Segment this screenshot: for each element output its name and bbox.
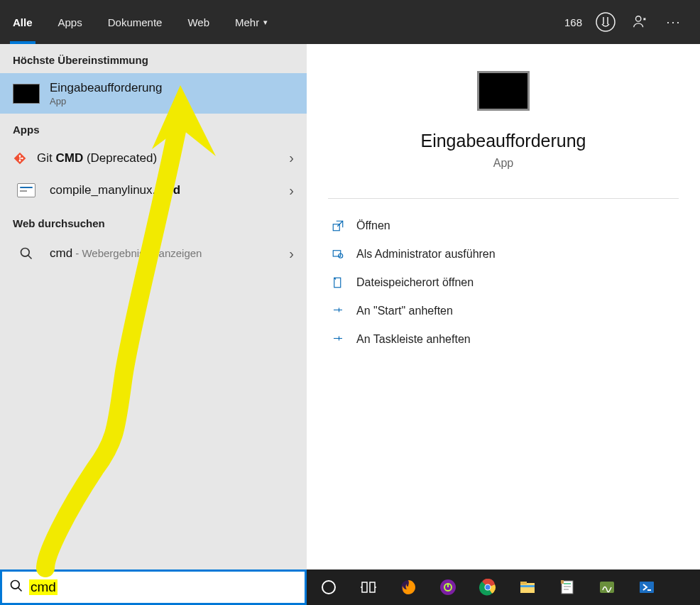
tab-more-label: Mehr [235,16,259,28]
best-match-subtitle: App [50,96,163,107]
svg-point-1 [636,16,641,21]
action-open-label: Öffnen [356,219,390,232]
svg-rect-27 [520,585,535,587]
taskbar-powershell-icon[interactable] [628,570,666,604]
svg-point-24 [486,585,491,590]
web-header: Web durchsuchen [0,207,307,236]
svg-rect-13 [362,582,367,592]
admin-shield-icon [331,247,345,261]
cmd-file-icon [13,180,40,200]
taskbar [307,569,700,605]
result-app-compile-cmd[interactable]: compile_manylinux.cmd › [0,173,307,207]
result-app-git-cmd-title: Git CMD (Deprecated) [37,151,157,166]
action-location-label: Dateispeicherort öffnen [356,276,474,289]
pin-icon [331,332,345,347]
taskbar-explorer-icon[interactable] [508,570,547,604]
svg-point-12 [322,581,335,594]
action-pin-taskbar-label: An Taskleiste anheften [356,333,471,346]
result-app-git-cmd[interactable]: Git CMD (Deprecated) › [0,143,307,173]
action-open[interactable]: Öffnen [328,212,679,240]
result-app-compile-cmd-title: compile_manylinux.cmd [50,182,180,198]
svg-rect-32 [561,580,564,584]
search-box[interactable]: cmd [0,569,307,605]
svg-point-10 [11,580,20,589]
taskbar-app-purple-icon[interactable] [429,570,467,604]
taskbar-taskview-icon[interactable] [349,570,388,604]
taskbar-firefox-icon[interactable] [389,570,427,604]
taskbar-chrome-icon[interactable] [469,570,507,604]
detail-actions: Öffnen Als Administrator ausführen Datei… [307,212,700,354]
result-web-cmd[interactable]: cmd - Webergebnisse anzeigen › [0,236,307,271]
taskbar-app-green-icon[interactable] [588,570,626,604]
svg-point-0 [596,13,615,31]
svg-rect-8 [333,251,341,256]
taskbar-notepadpp-icon[interactable] [548,570,586,604]
chevron-down-icon: ▾ [263,18,268,27]
svg-rect-25 [520,583,535,593]
chevron-right-icon[interactable]: › [289,246,294,262]
tab-more[interactable]: Mehr ▾ [222,0,280,44]
search-icon [13,244,40,263]
account-icon[interactable] [629,11,650,33]
apps-header: Apps [0,114,307,143]
open-icon [331,219,345,233]
best-match-header: Höchste Übereinstimmung [0,44,307,73]
rewards-points: 168 [564,16,582,28]
tab-all[interactable]: Alle [0,0,45,44]
tab-web[interactable]: Web [175,0,222,44]
action-run-as-admin[interactable]: Als Administrator ausführen [328,240,679,268]
results-list: Höchste Übereinstimmung Eingabeaufforder… [0,44,307,569]
svg-line-6 [28,256,32,259]
action-open-location[interactable]: Dateispeicherort öffnen [328,268,679,297]
svg-line-11 [18,587,22,591]
svg-rect-14 [370,582,375,592]
detail-title: Eingabeaufforderung [420,131,586,151]
detail-app-icon [477,71,530,111]
cmd-app-icon [13,84,40,104]
tab-apps[interactable]: Apps [45,0,95,44]
more-options-icon[interactable]: ··· [663,11,684,33]
taskbar-cortana-icon[interactable] [310,570,348,604]
action-pin-start-label: An "Start" anheften [356,305,453,317]
action-admin-label: Als Administrator ausführen [356,248,496,261]
chevron-right-icon[interactable]: › [289,182,294,199]
search-tabs: Alle Apps Dokumente Web Mehr ▾ [0,0,280,44]
rewards-medal-icon[interactable] [595,11,616,33]
chevron-right-icon[interactable]: › [289,150,294,166]
tabbar-right: 168 ··· [564,11,690,33]
divider [328,198,679,199]
result-web-cmd-title: cmd - Webergebnisse anzeigen [50,246,202,261]
search-tabbar: Alle Apps Dokumente Web Mehr ▾ 168 ··· [0,0,700,44]
best-match-title: Eingabeaufforderung [50,80,163,96]
action-pin-taskbar[interactable]: An Taskleiste anheften [328,325,679,354]
tab-documents[interactable]: Dokumente [95,0,175,44]
search-icon [9,579,23,596]
detail-subtitle: App [493,157,513,170]
pin-icon [331,304,345,318]
folder-location-icon [331,276,345,290]
result-detail-panel: Eingabeaufforderung App Öffnen Als Admin… [307,44,700,569]
git-icon [13,151,27,165]
search-results-panel: Höchste Übereinstimmung Eingabeaufforder… [0,44,700,569]
search-input-value: cmd [29,579,58,595]
result-best-match[interactable]: Eingabeaufforderung App [0,73,307,114]
bottom-bar: cmd [0,569,700,605]
svg-point-5 [21,249,30,257]
svg-rect-26 [520,582,527,584]
action-pin-start[interactable]: An "Start" anheften [328,297,679,325]
